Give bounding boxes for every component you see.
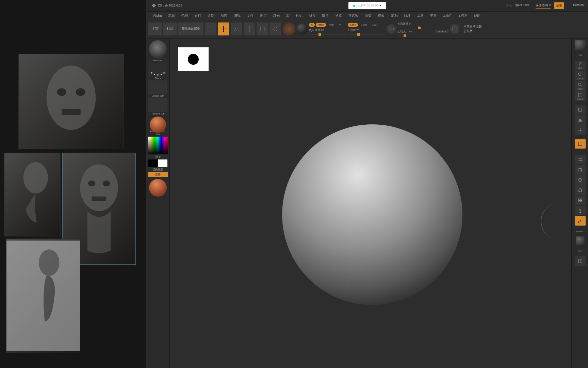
chip-m[interactable]: M [337,23,343,27]
mesh-sphere[interactable] [282,124,462,305]
menu-file[interactable]: 文件 [244,12,256,20]
total-points-label: 总点数 [463,29,482,33]
frame-button[interactable] [575,139,586,149]
chip-zsub[interactable]: Zsub [359,23,369,27]
svg-point-17 [389,27,393,31]
quicksave-button[interactable]: QuickSave [512,2,532,8]
menu-transform[interactable]: 变换 [427,12,440,20]
polycount-stats: 当前激活点数 总点数 [463,25,482,33]
ui-transparency-slider[interactable]: 界面透明 0 [534,2,553,9]
home-button[interactable]: 主页 [148,22,162,35]
menu-draw[interactable]: 绘制 [205,12,217,20]
svg-rect-25 [578,142,582,146]
menu-zplugin[interactable]: Z插件 [441,12,455,20]
actual-size-button[interactable]: 100% [575,81,586,91]
solo-button[interactable] [575,196,586,205]
menu-layer[interactable]: 图层 [257,12,270,20]
menu-zscript[interactable]: Z脚本 [456,12,470,20]
menu-dynamic[interactable]: 动态 [218,12,230,20]
brush-selector[interactable]: Standard [148,40,167,62]
menu-marker[interactable]: 标记 [293,12,305,20]
color-swatches [148,159,167,167]
menu-help[interactable]: 帮助 [471,12,483,20]
svg-point-0 [47,65,96,130]
main-color-swatch[interactable] [148,159,158,167]
rgb-intensity-slider[interactable] [309,34,346,34]
focal-shift-icon[interactable] [387,24,396,34]
bpr-render-button[interactable] [575,40,586,50]
menu-stroke[interactable]: 笔触 [388,12,401,20]
elements-label: Elements [575,226,586,236]
move-mode-icon[interactable] [244,22,255,35]
active-material-preview[interactable] [149,179,167,197]
polyf-button[interactable] [575,165,586,174]
local-button[interactable] [575,125,586,135]
chip-a[interactable]: A [309,23,315,27]
menu-document[interactable]: 文档 [192,12,204,20]
menu-picker[interactable]: 拾取 [332,12,345,20]
lightbox-button[interactable]: 灯箱 [163,22,177,35]
menu-edit[interactable]: 编辑 [231,12,243,20]
chip-rgb[interactable]: Rgb [327,23,336,27]
alpha-selector[interactable]: Alpha Off [148,80,167,97]
menu-alpha[interactable]: Alpha [150,12,165,19]
persp-button[interactable] [575,105,586,114]
svg-point-15 [226,28,227,29]
quick-material-button[interactable] [576,236,585,245]
svg-point-6 [88,181,95,186]
menu-color[interactable]: 色彩 [179,12,191,20]
menu-toggle-button[interactable]: 菜单 [554,2,564,9]
layout-default-button[interactable]: DefaultZ [571,2,587,8]
alpha-preview[interactable] [178,47,209,71]
sculptris-toggle[interactable] [282,22,295,35]
svg-point-10 [39,249,59,276]
chip-zadd[interactable]: Zadd [348,23,358,27]
gizmo-toggle[interactable] [297,24,308,34]
document-tab[interactable]: 上课中 00:02:57 ▾ [348,2,386,9]
move-view-button[interactable]: 移动 [575,61,586,70]
swap-color-button[interactable]: 交替 [148,172,168,177]
z-intensity-slider[interactable] [348,34,385,34]
menu-macro[interactable]: 宏 [283,12,292,20]
material-selector[interactable]: MatCap Red Wa [148,116,167,136]
menu-prefs[interactable]: 首选项 [345,12,361,20]
grid-button[interactable] [575,256,586,266]
menu-material[interactable]: 材质 [306,12,318,20]
antialias-button[interactable]: AA50% [575,91,586,101]
texture-selector[interactable]: Texture Off [148,98,167,115]
floor-button[interactable] [575,115,586,125]
draw-mode-icon[interactable] [231,22,242,35]
live-boolean-button[interactable]: 预览布尔渲染 [178,22,203,35]
focal-shift-label: 焦点衰减 0 [397,22,448,26]
menubar: Alpha 笔刷 色彩 文档 绘制 动态 编辑 文件 图层 灯光 宏 标记 材质… [146,12,588,19]
stroke-selector[interactable]: Dots [148,63,167,80]
projection-master-icon[interactable] [205,22,216,35]
rotate-mode-icon[interactable] [270,22,281,35]
edit-sculpt-button[interactable] [575,216,586,226]
menu-tool[interactable]: 工具 [414,12,427,20]
transp-button[interactable] [575,175,586,185]
viewport-canvas[interactable] [169,39,572,368]
top-shelf: 主页 灯箱 预览布尔渲染 A Mrgb Rgb M Rgb 强度 25 Zadd… [146,19,588,39]
menu-movie[interactable]: 影片 [319,12,331,20]
dynamic-toggle[interactable]: Dynamic [435,30,448,33]
menu-render[interactable]: 渲染 [362,12,374,20]
secondary-color-swatch[interactable] [158,159,167,167]
svg-point-24 [580,130,581,131]
edit-mode-icon[interactable] [218,22,229,35]
menu-texture[interactable]: 纹理 [401,12,413,20]
zsphere-button[interactable] [575,206,586,215]
menu-brush[interactable]: 笔刷 [165,12,178,20]
chip-mrgb[interactable]: Mrgb [316,23,326,27]
xpose-button[interactable] [575,155,586,164]
menu-light[interactable]: 灯光 [270,12,282,20]
ref-image-4 [6,239,80,353]
chip-zcut[interactable]: Zcut [370,23,379,27]
right-tool-strip: 空白 移动 Zoom3D 100% AA50% Elements 无主 [572,39,588,368]
color-spectrum-picker[interactable] [148,137,168,154]
ghost-button[interactable] [575,185,586,195]
dynamic-brush-icon[interactable] [450,24,459,34]
menu-stencil[interactable]: 模板 [375,12,387,20]
zoom3d-button[interactable]: Zoom3D [575,71,586,80]
scale-mode-icon[interactable] [257,22,268,35]
